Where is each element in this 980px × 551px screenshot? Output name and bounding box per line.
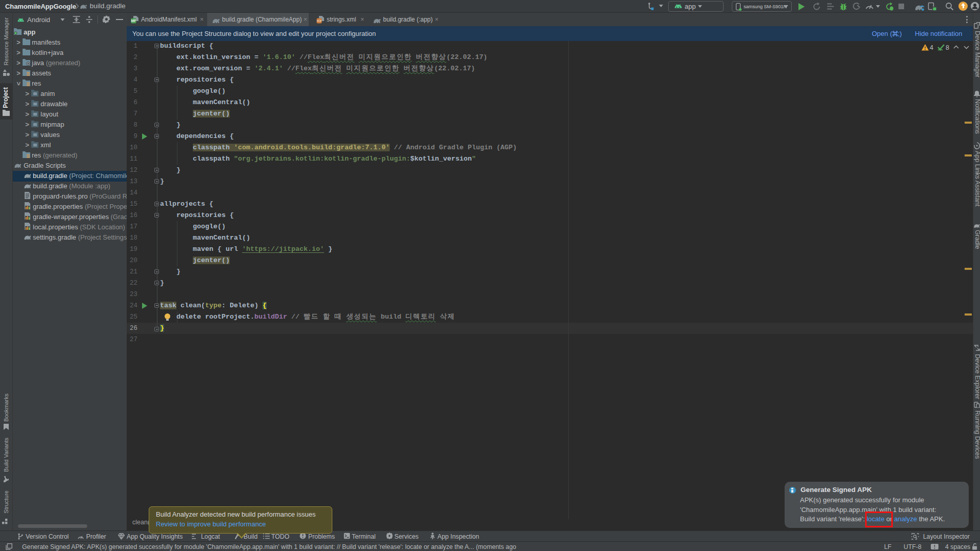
svg-text:MF: MF — [131, 19, 136, 23]
svg-text:<>: <> — [317, 19, 322, 23]
